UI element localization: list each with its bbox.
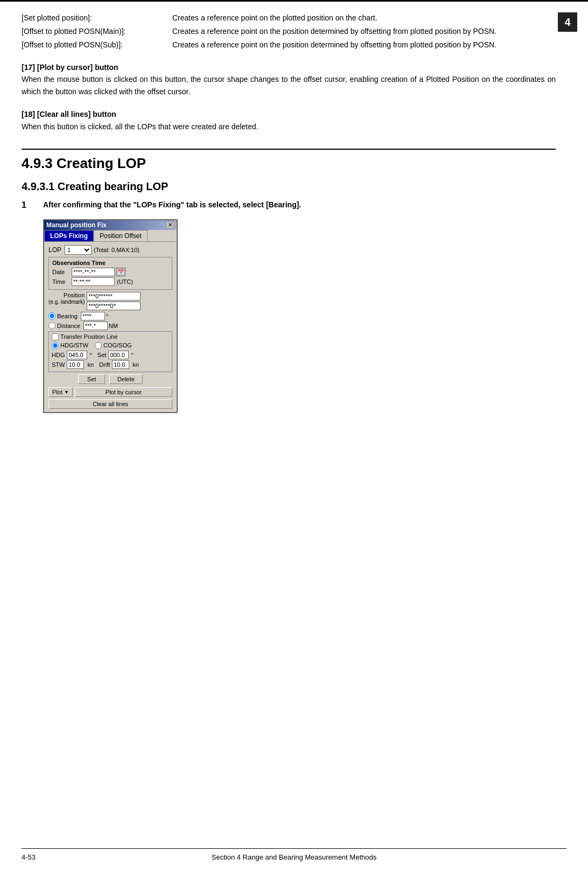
def-row-1: [Set plotted position]: Creates a refere… — [22, 12, 556, 24]
position-row: Position(e.g. landmark) — [48, 292, 172, 310]
top-border — [0, 0, 588, 2]
transfer-title: Transfer Position Line — [60, 333, 118, 340]
heading-4931: 4.9.3.1 Creating bearing LOP — [22, 180, 556, 193]
def-term-3: [Offset to plotted POSN(Sub)]: — [22, 39, 172, 51]
bearing-radio[interactable] — [48, 312, 55, 319]
dialog-title: Manual position Fix — [46, 221, 107, 229]
section18-body: When this button is clicked, all the LOP… — [22, 121, 556, 132]
distance-radio-label: Distance — [57, 323, 80, 329]
calendar-icon[interactable]: 📅 — [116, 268, 125, 276]
dialog-body: LOP 1 (Total: 0,MAX:10) Observations Tim… — [44, 242, 177, 412]
section-badge: 4 — [558, 12, 577, 32]
tab-position-offset[interactable]: Position Offset — [94, 230, 148, 241]
plot-button[interactable]: Plot ▼ — [48, 387, 73, 397]
transfer-group: Transfer Position Line HDG/STW COG/SOG — [48, 331, 172, 372]
plot-row: Plot ▼ Plot by cursor — [48, 387, 172, 397]
utc-label: (UTC) — [117, 278, 133, 285]
position-inputs — [87, 292, 141, 310]
def-row-3: [Offset to plotted POSN(Sub)]: Creates a… — [22, 39, 556, 51]
lop-select[interactable]: 1 — [65, 245, 92, 255]
hdg-degree: ° — [89, 352, 92, 358]
step1-number: 1 — [22, 199, 43, 210]
set-button[interactable]: Set — [78, 374, 105, 384]
radio-options-row: HDG/STW COG/SOG — [52, 342, 169, 349]
set-delete-row: Set Delete — [48, 374, 172, 384]
set-input[interactable] — [108, 351, 129, 359]
lop-label: LOP — [48, 246, 65, 254]
hdg-row: HDG ° Set ° — [52, 351, 169, 359]
date-row: Date 📅 — [52, 268, 169, 276]
content-area: 4 [Set plotted position]: Creates a refe… — [0, 7, 588, 445]
stw-label: STW — [52, 361, 65, 368]
bearing-radio-label: Bearing — [57, 313, 78, 319]
step1-text: After confirming that the "LOPs Fixing" … — [43, 199, 556, 211]
set-degree: ° — [131, 352, 133, 358]
plot-cursor-button[interactable]: Plot by cursor — [75, 387, 172, 397]
section17-block: [17] [Plot by cursor] button When the mo… — [22, 61, 556, 97]
position-label: Position(e.g. landmark) — [48, 292, 87, 305]
lop-row: LOP 1 (Total: 0,MAX:10) — [48, 245, 172, 255]
observations-group: Observations Time Date 📅 Time (UTC) — [48, 257, 172, 290]
section18-heading: [18] [Clear all lines] button — [22, 110, 116, 118]
transfer-title-row: Transfer Position Line — [52, 333, 169, 340]
section17-body: When the mouse button is clicked on this… — [22, 73, 556, 97]
delete-button[interactable]: Delete — [109, 374, 143, 384]
time-input[interactable] — [72, 277, 115, 286]
def-desc-2: Creates a reference point on the positio… — [172, 26, 556, 37]
cog-sog-option: COG/SOG — [95, 342, 132, 349]
dialog-window: Manual position Fix ✕ LOPs Fixing Positi… — [43, 219, 178, 413]
footer-section-text: Section 4 Range and Bearing Measurement … — [212, 853, 376, 861]
def-desc-3: Creates a reference point on the positio… — [172, 39, 556, 51]
dialog-titlebar: Manual position Fix ✕ — [44, 220, 177, 230]
position-input-1[interactable] — [87, 292, 141, 301]
plot-arrow-icon: ▼ — [64, 389, 69, 395]
time-row: Time (UTC) — [52, 277, 169, 286]
date-label: Date — [52, 269, 72, 275]
bearing-input[interactable] — [81, 312, 105, 320]
definition-table: [Set plotted position]: Creates a refere… — [22, 12, 556, 51]
section17-heading: [17] [Plot by cursor] button — [22, 63, 118, 72]
nm-label: NM — [109, 323, 118, 329]
transfer-checkbox[interactable] — [52, 333, 59, 340]
distance-radio-row: Distance NM — [48, 322, 172, 330]
position-input-2[interactable] — [87, 302, 141, 310]
step1-row: 1 After confirming that the "LOPs Fixing… — [22, 199, 556, 211]
footer-page-num: 4-53 — [22, 853, 36, 861]
def-term-1: [Set plotted position]: — [22, 12, 172, 24]
set-label: Set — [97, 352, 107, 358]
dialog-wrapper: Manual position Fix ✕ LOPs Fixing Positi… — [43, 219, 556, 413]
drift-label: Drift — [99, 361, 110, 368]
observations-title: Observations Time — [52, 260, 169, 266]
lop-total: (Total: 0,MAX:10) — [94, 247, 139, 253]
bearing-radio-row: Bearing ° — [48, 312, 172, 320]
time-label: Time — [52, 278, 72, 285]
tab-lops-fixing[interactable]: LOPs Fixing — [44, 230, 94, 241]
distance-input[interactable] — [83, 322, 108, 330]
page: 4 [Set plotted position]: Creates a refe… — [0, 0, 588, 872]
drift-input[interactable] — [112, 360, 129, 369]
hdg-label: HDG — [52, 352, 65, 358]
degree-symbol: ° — [106, 313, 108, 319]
heading-493: 4.9.3 Creating LOP — [22, 149, 556, 172]
stw-kn-label: kn — [87, 361, 94, 368]
def-row-2: [Offset to plotted POSN(Main)]: Creates … — [22, 26, 556, 37]
clear-all-button[interactable]: Clear all lines — [48, 399, 172, 409]
distance-radio[interactable] — [48, 322, 55, 329]
date-input[interactable] — [72, 268, 115, 276]
def-desc-1: Creates a reference point on the plotted… — [172, 12, 556, 24]
def-term-2: [Offset to plotted POSN(Main)]: — [22, 26, 172, 37]
drift-kn-label: kn — [132, 361, 139, 368]
stw-input[interactable] — [67, 360, 84, 369]
dialog-tabs: LOPs Fixing Position Offset — [44, 230, 177, 242]
hdg-stw-option: HDG/STW — [52, 342, 88, 349]
stw-row: STW kn Drift kn — [52, 360, 169, 369]
section18-block: [18] [Clear all lines] button When this … — [22, 108, 556, 132]
dialog-close-button[interactable]: ✕ — [166, 221, 174, 229]
hdg-stw-radio[interactable] — [52, 342, 59, 349]
hdg-input[interactable] — [67, 351, 87, 359]
cog-sog-radio[interactable] — [95, 342, 102, 349]
page-footer: 4-53 Section 4 Range and Bearing Measure… — [22, 848, 566, 861]
